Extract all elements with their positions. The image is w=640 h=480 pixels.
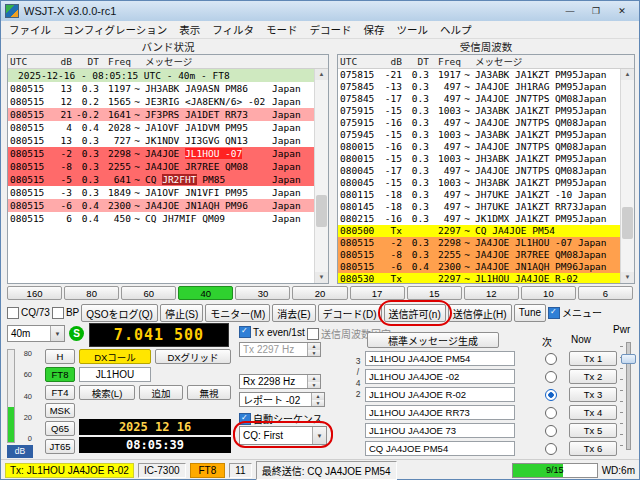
band-button-160[interactable]: 160	[7, 286, 62, 300]
band-button-40[interactable]: 40	[178, 286, 233, 300]
spinner-arrows-icon[interactable]: ▲▼	[307, 343, 320, 356]
decode-row[interactable]: 080500Tx2297~CQ JA4JOE PM54	[338, 225, 620, 237]
minimize-button[interactable]: —	[557, 3, 583, 19]
tx-message-field-1[interactable]: JL1HOU JA4JOE PM54	[365, 351, 515, 366]
decode-row[interactable]: 080515130.31197~JH3ABK JA9ASN PM86Japan	[8, 82, 314, 95]
decode-row[interactable]: 080045-150.31003~JH3ABK JA1KZT PM95Japan	[338, 177, 620, 189]
menu-item-7[interactable]: ツール	[391, 21, 435, 38]
chevron-down-icon[interactable]: ▼	[50, 326, 64, 341]
band-button-20[interactable]: 20	[292, 286, 347, 300]
decode-row[interactable]: 080515-80.32255~JA4JOE JR7REE QM08Japan	[8, 160, 314, 173]
spinner-arrows-icon[interactable]: ▲▼	[311, 393, 324, 406]
auto-seq-checkbox-box[interactable]	[239, 413, 251, 425]
tx-next-radio-2[interactable]	[545, 371, 557, 383]
bp-checkbox-box[interactable]	[52, 307, 64, 319]
band-activity-scrollbar[interactable]: ▲ ▼	[314, 69, 328, 283]
menu-item-6[interactable]: 保存	[358, 21, 391, 38]
menus-checkbox[interactable]: メニュー	[548, 305, 602, 320]
tx-message-field-6[interactable]: CQ JA4JOE PM54	[365, 441, 515, 456]
scroll-down-icon[interactable]: ▼	[621, 272, 634, 283]
gen-messages-button[interactable]: 標準メッセージ生成	[367, 332, 499, 348]
erase-button[interactable]: 消去(E)	[272, 304, 315, 322]
decode-row[interactable]: 080015-150.31003~JH3ABK JA1KZT PM95Japan	[338, 153, 620, 165]
decode-row[interactable]: 080515-80.32255~JA4JOE JR7REE QM08Japan	[338, 249, 620, 261]
cq73-checkbox-box[interactable]	[7, 307, 19, 319]
tx-now-button-3[interactable]: Tx 3	[569, 387, 617, 402]
tx-message-field-2[interactable]: JL1HOU JA4JOE -02	[365, 369, 515, 384]
tune-button[interactable]: Tune	[514, 304, 546, 322]
decode-row[interactable]: 080515-30.31849~JA1OVF JN1VFI PM95Japan	[8, 186, 314, 199]
band-button-12[interactable]: 12	[464, 286, 519, 300]
decode-row[interactable]: 08051540.42028~JA1OVF JA1DVM PM95Japan	[8, 121, 314, 134]
band-button-80[interactable]: 80	[64, 286, 119, 300]
maximize-button[interactable]: ❐	[583, 3, 609, 19]
pwr-slider-handle[interactable]	[621, 354, 636, 364]
spinner-arrows-icon[interactable]: ▲▼	[307, 375, 320, 388]
scroll-up-icon[interactable]: ▲	[621, 69, 634, 80]
menu-item-0[interactable]: ファイル	[3, 21, 57, 38]
decode-row[interactable]: 080530Tx2297~JL1HOU JA4JOE R-02	[338, 273, 620, 283]
mode-button-ft4[interactable]: FT4	[45, 385, 75, 400]
stop-button[interactable]: 停止(S)	[160, 304, 203, 322]
rx-frequency-scrollbar[interactable]: ▲ ▼	[620, 69, 634, 283]
band-combo[interactable]: 40m ▼	[7, 325, 65, 342]
tx-now-button-4[interactable]: Tx 4	[569, 405, 617, 420]
bp-checkbox[interactable]: BP	[52, 307, 79, 319]
rx-offset-spinner[interactable]: Rx 2298 Hz ▲▼	[239, 374, 321, 389]
ignore-button[interactable]: 無視	[187, 385, 231, 400]
band-button-60[interactable]: 60	[121, 286, 176, 300]
log-qso-button[interactable]: QSOをログ(Q)	[81, 304, 158, 322]
mode-button-ft8[interactable]: FT8	[45, 367, 75, 382]
decode-row[interactable]: 075845-170.3497~JA4JOE JN7TPS QM08Japan	[338, 93, 620, 105]
decode-row[interactable]: 080515-60.42300~JA4JOE JN1AQH PM96Japan	[338, 261, 620, 273]
tx-next-radio-4[interactable]	[545, 407, 557, 419]
cq73-checkbox[interactable]: CQ/73	[7, 307, 50, 319]
scroll-down-icon[interactable]: ▼	[315, 272, 328, 283]
decode-row[interactable]: 080515-20.32298~JA4JOE JL1HOU -07Japan	[8, 147, 314, 160]
add-button[interactable]: 追加	[139, 385, 183, 400]
scroll-thumb[interactable]	[316, 195, 327, 227]
menu-item-3[interactable]: フィルタ	[206, 21, 260, 38]
decode-row[interactable]: 080515-20.32298~JA4JOE JL1HOU -07Japan	[338, 237, 620, 249]
decode-row[interactable]: 075915-150.31003~JA3ABK JA1KZT PM95Japan	[338, 105, 620, 117]
auto-seq-checkbox[interactable]: 自動シーケンス	[239, 411, 323, 426]
search-button[interactable]: 検索(L)	[79, 385, 135, 400]
band-button-10[interactable]: 10	[521, 286, 576, 300]
chevron-down-icon[interactable]: ▼	[312, 427, 326, 444]
decode-row[interactable]: 075815-210.31917~JA3ABK JA1KZT PM95Japan	[338, 69, 620, 81]
band-button-17[interactable]: 17	[350, 286, 405, 300]
mode-button-h[interactable]: H	[45, 349, 75, 364]
tx-offset-spinner[interactable]: Tx 2297 Hz ▲▼	[239, 342, 321, 357]
cq-first-combo[interactable]: CQ: First ▼	[239, 426, 327, 445]
tx-next-radio-3[interactable]	[545, 389, 557, 401]
dx-grid-button[interactable]: DXグリッド	[155, 349, 231, 364]
pwr-slider[interactable]	[617, 338, 637, 454]
decode-row[interactable]: 080515130.3727~JK1NDV JI3GVG QN13Japan	[8, 134, 314, 147]
scroll-up-icon[interactable]: ▲	[315, 69, 328, 80]
mode-button-msk[interactable]: MSK	[45, 403, 75, 418]
tx-message-field-5[interactable]: JL1HOU JA4JOE 73	[365, 423, 515, 438]
menus-checkbox-box[interactable]	[548, 307, 560, 319]
mode-button-jt65[interactable]: JT65	[45, 439, 75, 454]
menu-item-4[interactable]: モード	[260, 21, 304, 38]
decode-row[interactable]: 080045-170.3497~JA4JOE JN7TPS QM08Japan	[338, 165, 620, 177]
decode-row[interactable]: 080015-160.3497~JA4JOE JN7TPS QM08Japan	[338, 141, 620, 153]
decode-row[interactable]: 080115-180.3497~JH7UKE JA1KZT -10Japan	[338, 189, 620, 201]
decode-row[interactable]: 08051521-0.21641~JF3PRS JA1DET RR73Japan	[8, 108, 314, 121]
tx-now-button-5[interactable]: Tx 5	[569, 423, 617, 438]
decode-button[interactable]: デコード(D)	[318, 304, 382, 322]
scroll-thumb[interactable]	[622, 207, 633, 239]
decode-row[interactable]: 075945-150.31003~JA3ABK JA1KZT PM95Japan	[338, 129, 620, 141]
decode-row[interactable]: 080515-60.42300~JA4JOE JN1AQH PM96Japan	[8, 199, 314, 212]
band-button-30[interactable]: 30	[235, 286, 290, 300]
tx-next-radio-1[interactable]	[545, 353, 557, 365]
menu-item-5[interactable]: デコード	[304, 21, 358, 38]
mode-button-q65[interactable]: Q65	[45, 421, 75, 436]
decode-row[interactable]: 075845-130.3497~JA4JOE JH1RAG PM95Japan	[338, 81, 620, 93]
tx-even-checkbox-box[interactable]	[239, 326, 251, 338]
halt-tx-button[interactable]: 送信停止(H)	[448, 304, 512, 322]
menu-item-1[interactable]: コンフィグレーション	[57, 21, 173, 38]
message-tab-strip[interactable]: 3/42	[351, 328, 363, 428]
tx-now-button-2[interactable]: Tx 2	[569, 369, 617, 384]
monitor-button[interactable]: モニター(M)	[205, 304, 270, 322]
